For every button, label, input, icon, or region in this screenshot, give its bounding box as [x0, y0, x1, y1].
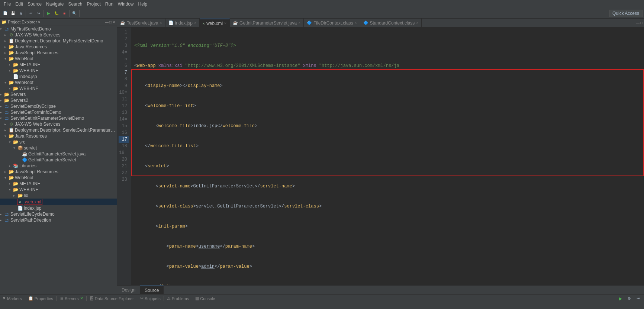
menu-run[interactable]: Run — [103, 1, 116, 7]
menu-search[interactable]: Search — [66, 1, 84, 7]
tree-item-servletinit[interactable]: ▾ 🗂 ServletGetInitParameterServletDemo — [0, 115, 117, 121]
status-sep-6 — [192, 296, 192, 301]
tab-minimize-btn[interactable]: — — [636, 21, 640, 25]
tab-getinitservlet[interactable]: ☕ GetInitParameterServlet.java × — [230, 19, 304, 27]
tree-item-servlet-pkg[interactable]: ▾ 📦 servlet — [0, 145, 117, 151]
tab-close-indexjsp[interactable]: × — [194, 21, 196, 25]
status-properties[interactable]: 📋 Properties — [28, 296, 53, 301]
menu-project[interactable]: Project — [84, 1, 103, 7]
tree-item-javares1[interactable]: ▸ 📂 Java Resources — [0, 44, 117, 50]
status-datasource[interactable]: 🗄 Data Source Explorer — [90, 296, 134, 301]
tree-item-deploy2[interactable]: ▸ 📋 Deployment Descriptor: ServletGetIni… — [0, 127, 117, 133]
tree-item-servers2[interactable]: ▸ 📂 Servers2 — [0, 97, 117, 103]
tree-item-jsres1[interactable]: ▸ 📂 JavaScript Resources — [0, 50, 117, 56]
tree-item-jaxws2[interactable]: ▸ ⚙ JAX-WS Web Services — [0, 121, 117, 127]
sidebar-header: 📁 Project Explorer × — □ ✕ — [0, 19, 117, 26]
tree-item-servletlife[interactable]: ▸ 🗂 ServletLifeCycleDemo — [0, 211, 117, 217]
bottom-tab-source[interactable]: Source — [140, 286, 164, 294]
tree-item-deploy1[interactable]: ▸ 📋 Deployment Descriptor: MyFirstServle… — [0, 38, 117, 44]
status-problems[interactable]: ⚠ Problems — [167, 296, 189, 301]
menu-source[interactable]: Source — [25, 1, 44, 7]
tree-item-libraries[interactable]: ▸ 📚 Libraries — [0, 163, 117, 169]
tab-close-webxml[interactable]: × — [224, 21, 226, 25]
status-settings-btn[interactable]: ⚙ — [625, 295, 633, 302]
toolbar-debug[interactable]: 🐛 — [53, 10, 60, 17]
toolbar-search[interactable]: 🔍 — [71, 10, 78, 17]
tab-label-testservlet: TestServlet.java — [127, 20, 158, 26]
sidebar-maximize[interactable]: □ — [109, 20, 112, 24]
tree-item-lib2[interactable]: ▸ 📂 lib — [0, 193, 117, 199]
bottom-tab-design[interactable]: Design — [117, 286, 140, 294]
status-console[interactable]: ▤ Console — [195, 296, 215, 301]
tree-label-javares2: Java Resources — [15, 133, 47, 139]
tab-close-filedircontext[interactable]: × — [355, 21, 357, 25]
tab-indexjsp[interactable]: 📄 index.jsp × — [165, 19, 200, 27]
tree-item-meta1[interactable]: ▸ 📂 META-INF — [0, 62, 117, 68]
toolbar-stop[interactable]: ■ — [61, 10, 68, 17]
tree-item-web1[interactable]: ▸ 📂 WEB-INF — [0, 68, 117, 74]
menu-edit[interactable]: Edit — [13, 1, 25, 7]
status-run-btn[interactable]: ▶ — [616, 295, 624, 302]
bottom-tabs: Design Source — [117, 285, 644, 294]
tab-close-testservlet[interactable]: × — [160, 21, 162, 25]
tree-item-servletdemo[interactable]: ▸ 🗂 ServletDemoByEclipse — [0, 103, 117, 109]
code-editor[interactable]: 1 2 3 4= 5 6 7 8 9 10= 11 12 13 14= 15 1… — [117, 28, 644, 285]
tree-item-index1[interactable]: 📄 index.jsp — [0, 74, 117, 80]
tab-standardcontext[interactable]: 🔷 StandardContext.class × — [360, 19, 422, 27]
code-content[interactable]: <?xml version="1.0" encoding="UTF-8"?> <… — [131, 28, 644, 285]
code-line-6: </welcome-file-list> — [131, 143, 644, 149]
tree-item-webroot1[interactable]: ▾ 📂 WebRoot — [0, 56, 117, 62]
tree-item-web1b[interactable]: ▸ 📂 WEB-INF — [0, 86, 117, 91]
tab-maximize-btn[interactable]: □ — [640, 21, 643, 25]
tab-close-standardcontext[interactable]: × — [416, 21, 418, 25]
folder-icon-servers2: 📂 — [4, 98, 10, 103]
sidebar-minimize[interactable]: — — [105, 20, 109, 24]
status-markers[interactable]: ⚑ Markers — [2, 296, 22, 301]
tree-item-myfirst[interactable]: ▾ 🗂 MyFirstServletDemo — [0, 26, 117, 32]
menu-file[interactable]: File — [1, 1, 13, 7]
tree-item-meta2[interactable]: ▸ 📂 META-INF — [0, 181, 117, 187]
toolbar-undo[interactable]: ↩ — [27, 10, 35, 17]
tree-item-webroot1b[interactable]: ▾ 📂 WebRoot — [0, 80, 117, 86]
tree-arrow-libraries: ▸ — [9, 164, 13, 168]
toolbar-sep1 — [26, 10, 26, 17]
tree-item-servers[interactable]: ▸ 📂 Servers — [0, 91, 117, 97]
menu-help[interactable]: Help — [136, 1, 150, 7]
tree-item-webxml[interactable]: × web.xml — [0, 199, 117, 205]
toolbar-redo[interactable]: ↪ — [35, 10, 42, 17]
toolbar-new[interactable]: 📄 — [1, 10, 9, 17]
tree-item-getinit[interactable]: 🔷 GetInitParameterServlet — [0, 157, 117, 163]
status-servers[interactable]: 🖥 Servers ✕ — [59, 296, 83, 301]
tree-item-index2[interactable]: 📄 index.jsp — [0, 205, 117, 211]
status-snippets[interactable]: ✂ Snippets — [140, 296, 161, 301]
menu-navigate[interactable]: Navigate — [44, 1, 66, 7]
folder-icon-webroot2: 📂 — [8, 175, 14, 180]
tree-item-webinf2[interactable]: ▾ 📂 WEB-INF — [0, 187, 117, 193]
tab-filedircontext[interactable]: 🔷 FileDirContext.class × — [304, 19, 360, 27]
tree-item-javares2[interactable]: ▾ 📂 Java Resources — [0, 133, 117, 139]
tree-item-servletpath[interactable]: ▸ 🗂 ServletPathDirection — [0, 217, 117, 223]
tree-item-jaxws1[interactable]: ▸ ⚙ JAX-WS Web Services — [0, 32, 117, 38]
tab-testservlet[interactable]: ☕ TestServlet.java × — [117, 19, 165, 27]
tree-item-src[interactable]: ▾ 📂 src — [0, 139, 117, 145]
tree-arrow-servletlife: ▸ — [0, 212, 4, 216]
status-forward-btn[interactable]: ⇥ — [634, 295, 642, 302]
tab-webxml[interactable]: × web.xml × — [200, 19, 230, 27]
line-num-20: 20 — [119, 156, 129, 163]
tab-close-getinitservlet[interactable]: × — [298, 21, 300, 25]
quick-access[interactable]: Quick Access — [609, 10, 643, 17]
toolbar-run[interactable]: ▶ — [45, 10, 52, 17]
tree-item-getinitjava[interactable]: ☕ GetInitParameterServlet.java — [0, 151, 117, 157]
tree-arrow-webroot2: ▾ — [4, 176, 8, 180]
project-icon-servletlife: 🗂 — [4, 212, 10, 217]
code-line-1: <?xml version="1.0" encoding="UTF-8"?> — [131, 42, 644, 49]
tree-item-webroot2[interactable]: ▾ 📂 WebRoot — [0, 175, 117, 181]
properties-icon: 📋 — [28, 296, 33, 301]
sidebar-close[interactable]: ✕ — [112, 20, 115, 24]
toolbar-save[interactable]: 💾 — [9, 10, 17, 17]
toolbar-print[interactable]: 🖨 — [17, 10, 25, 17]
tree-item-servletget[interactable]: ▸ 🗂 ServletGetFormInfoDemo — [0, 109, 117, 115]
console-icon: ▤ — [195, 296, 199, 301]
tree-item-jsres2[interactable]: ▸ 📂 JavaScript Resources — [0, 169, 117, 175]
menu-window[interactable]: Window — [116, 1, 136, 7]
